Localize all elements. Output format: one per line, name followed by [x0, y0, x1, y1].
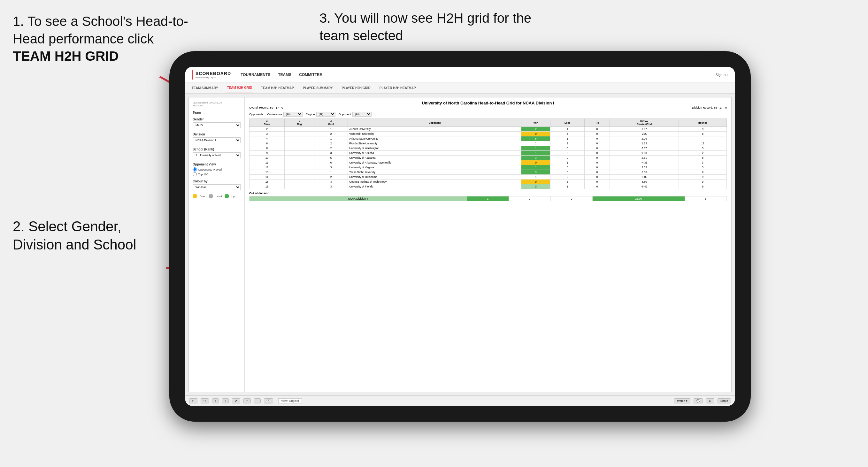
division-select[interactable]: NCAA Division I: [193, 137, 241, 143]
logo-bar: [192, 70, 193, 80]
legend-up-dot: [225, 194, 229, 198]
app-frame: Last Updated: 27/03/2024 16:55:38 Team G…: [188, 97, 732, 392]
table-row: 10 5 University of Alabama 3 0 0 2.61 8: [249, 156, 727, 160]
back-button[interactable]: ‹: [212, 398, 219, 403]
out-of-division-row: NCAA Division II 1 0 0 26.00 3: [249, 196, 727, 201]
table-row: 11 6 University of Arkansas, Fayettevill…: [249, 160, 727, 165]
colour-by-label: Colour by: [193, 180, 241, 183]
tab-player-summary[interactable]: PLAYER SUMMARY: [302, 83, 334, 93]
conference-label: Conference: [268, 113, 282, 116]
col-win: Win: [521, 119, 551, 127]
tab-player-h2h-grid[interactable]: PLAYER H2H GRID: [341, 83, 372, 93]
radio-top100[interactable]: [193, 172, 197, 176]
school-label: School (Rank): [193, 148, 241, 151]
grid-title: University of North Carolina Head-to-Hea…: [249, 101, 727, 105]
table-row: 14 2 University of Oklahoma 1 2 0 -1.00 …: [249, 175, 727, 180]
colour-by-select[interactable]: Win/loss: [193, 184, 241, 190]
left-panel: Last Updated: 27/03/2024 16:55:38 Team G…: [189, 97, 245, 392]
logo-sub: Powered by clippi: [195, 76, 231, 79]
refresh-button[interactable]: ⟳: [232, 398, 240, 403]
out-of-division-label: Out of division: [249, 192, 727, 195]
out-of-division-table: NCAA Division II 1 0 0 26.00 3: [249, 196, 727, 201]
main-content: Last Updated: 27/03/2024 16:55:38 Team G…: [185, 94, 735, 396]
conference-filter: Conference (All): [268, 112, 303, 117]
filters-row: Opponents: Conference (All) Region (All): [249, 112, 727, 117]
opponent-view-label: Opponent View: [193, 163, 241, 166]
table-row: 6 2 Florida State University 1 2 0 1.83 …: [249, 141, 727, 146]
ood-win: 1: [467, 196, 508, 201]
redo-button[interactable]: ↪: [200, 398, 209, 403]
opponents-label: Opponents:: [249, 113, 264, 116]
ood-rounds: 3: [685, 196, 726, 201]
ann3-text: 3. You will now see H2H grid for the tea…: [319, 10, 531, 43]
legend-down-label: Down: [200, 195, 206, 198]
logo-text: SCOREBOARD: [195, 71, 231, 76]
region-label: Region: [306, 113, 315, 116]
school-select[interactable]: 1. University of Nort...: [193, 152, 241, 158]
share-button[interactable]: Share: [717, 398, 731, 403]
gender-select[interactable]: Men's: [193, 122, 241, 128]
comment-button[interactable]: 💬: [693, 398, 703, 403]
table-row: 12 3 University of Virginia 1 0 0 2.33 3: [249, 165, 727, 170]
minus-button[interactable]: -: [254, 398, 261, 403]
undo-button[interactable]: ↩: [189, 398, 197, 403]
grid-records: Overall Record: 89 - 17 - 0 Division Rec…: [249, 106, 727, 109]
tab-team-h2h-heatmap[interactable]: TEAM H2H HEATMAP: [260, 83, 295, 93]
table-row: 2 1 Auburn University 2 1 0 1.67 9: [249, 127, 727, 132]
forward-button[interactable]: ›: [222, 398, 229, 403]
table-row: 15 4 Georgia Institute of Technology 0 5…: [249, 180, 727, 184]
navbar: SCOREBOARD Powered by clippi TOURNAMENTS…: [185, 67, 735, 83]
region-filter: Region (All): [306, 112, 336, 117]
tab-team-h2h-grid[interactable]: TEAM H2H GRID: [225, 83, 253, 93]
annotation-1: 1. To see a School's Head-to-Head perfor…: [13, 13, 192, 65]
overall-record: Overall Record: 89 - 17 - 0: [249, 106, 283, 109]
tab-team-summary[interactable]: TEAM SUMMARY: [190, 83, 219, 93]
bottom-toolbar: ↩ ↪ ‹ › ⟳ + - 🕐 View: Original Watch ▾ 💬…: [185, 396, 735, 406]
nav-teams[interactable]: TEAMS: [278, 72, 291, 77]
watch-button[interactable]: Watch ▾: [674, 398, 690, 403]
radio-group: Opponents Played Top 100: [193, 167, 241, 176]
table-row: 13 1 Texas Tech University 3 0 0 5.56 9: [249, 170, 727, 175]
conference-select[interactable]: (All): [283, 112, 303, 117]
table-row: 9 3 University of Arizona 1 0 0 9.00 2: [249, 151, 727, 156]
plus-button[interactable]: +: [243, 398, 251, 403]
ood-tie: 0: [551, 196, 592, 201]
tab-player-h2h-heatmap[interactable]: PLAYER H2H HEATMAP: [378, 83, 417, 93]
legend-down-dot: [193, 194, 197, 198]
nav-tournaments[interactable]: TOURNAMENTS: [241, 72, 270, 77]
nav-committee[interactable]: COMMITTEE: [299, 72, 322, 77]
tablet-screen: SCOREBOARD Powered by clippi TOURNAMENTS…: [185, 67, 735, 406]
opponent-label: Opponent: [339, 113, 351, 116]
opponent-select[interactable]: (All): [352, 112, 372, 117]
col-loss: Loss: [551, 119, 585, 127]
team-label: Team: [193, 111, 241, 114]
ann2-text: 2. Select Gender, Division and School: [13, 218, 136, 252]
ann1-bold: TEAM H2H GRID: [13, 49, 119, 64]
radio-opponents-played[interactable]: [193, 167, 197, 172]
table-row: 16 3 University of Florida 3 1 0 -6.42 9: [249, 184, 727, 189]
nav-links: TOURNAMENTS TEAMS COMMITTEE: [241, 72, 322, 77]
color-legend: Down Level Up: [193, 194, 241, 198]
grid-button[interactable]: ⊞: [706, 398, 714, 403]
legend-level-label: Level: [216, 195, 222, 198]
col-reg: #Reg: [285, 119, 314, 127]
col-opponent: Opponent: [348, 119, 521, 127]
grid-table: #Rank #Reg #Conf Opponent Win Loss Tie D…: [249, 119, 727, 189]
ood-diff: 26.00: [593, 196, 685, 201]
opponent-filter: Opponent (All): [339, 112, 372, 117]
view-label: View: Original: [278, 398, 302, 403]
col-diff: Diff AvStrokes/Rnd: [610, 119, 679, 127]
ood-loss: 0: [508, 196, 551, 201]
logo: SCOREBOARD Powered by clippi: [192, 70, 231, 80]
division-record: Division Record: 88 - 17 - 0: [692, 106, 727, 109]
annotation-2: 2. Select Gender, Division and School: [13, 217, 166, 254]
ann1-text: 1. To see a School's Head-to-Head perfor…: [13, 14, 188, 46]
clock-button[interactable]: 🕐: [264, 398, 273, 403]
legend-up-label: Up: [231, 195, 235, 198]
table-row: 3 2 Vanderbilt University 0 4 0 -2.29 8: [249, 132, 727, 136]
sign-out[interactable]: | Sign out: [714, 73, 728, 77]
last-updated: Last Updated: 27/03/2024 16:55:38: [193, 101, 241, 107]
grid-panel: University of North Carolina Head-to-Hea…: [245, 97, 731, 392]
region-select[interactable]: (All): [316, 112, 336, 117]
annotation-3: 3. You will now see H2H grid for the tea…: [319, 9, 537, 44]
